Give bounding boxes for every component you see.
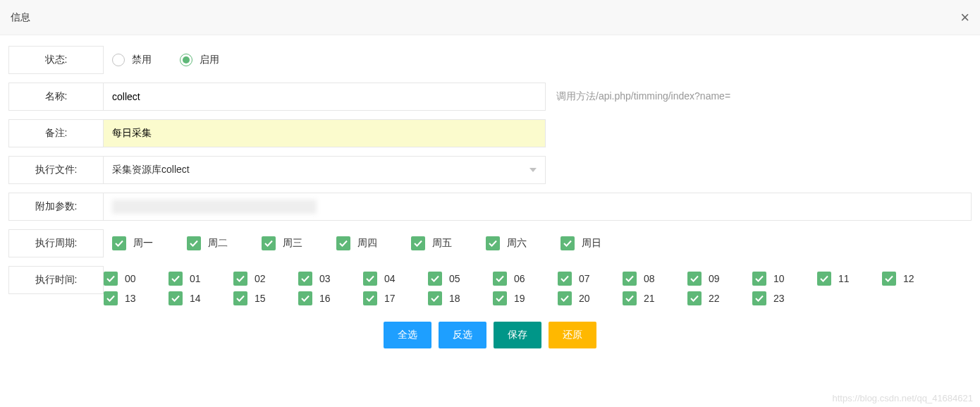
check-icon: [169, 272, 183, 286]
hour-checkbox-05[interactable]: 05: [428, 272, 493, 286]
week-checkbox-4[interactable]: 周五: [411, 236, 486, 250]
checkbox-label: 12: [903, 273, 914, 284]
hour-checkbox-23[interactable]: 23: [752, 291, 817, 305]
chevron-down-icon: [529, 168, 537, 172]
check-icon: [687, 272, 702, 286]
reset-button[interactable]: 还原: [549, 322, 596, 348]
check-icon: [112, 236, 126, 250]
check-icon: [752, 272, 766, 286]
check-icon: [336, 236, 350, 250]
hour-checkbox-14[interactable]: 14: [169, 291, 233, 305]
label-status: 状态:: [8, 46, 104, 74]
hour-checkbox-20[interactable]: 20: [558, 291, 623, 305]
save-button[interactable]: 保存: [494, 322, 541, 348]
name-input[interactable]: [112, 84, 537, 109]
modal-header: 信息 ×: [0, 0, 980, 35]
hour-checkbox-07[interactable]: 07: [558, 272, 623, 286]
week-checkbox-0[interactable]: 周一: [112, 236, 187, 250]
check-icon: [486, 236, 500, 250]
week-checkbox-2[interactable]: 周三: [262, 236, 336, 250]
hour-checkbox-18[interactable]: 18: [428, 291, 493, 305]
checkbox-label: 09: [709, 273, 720, 284]
check-icon: [558, 272, 572, 286]
select-all-button[interactable]: 全选: [384, 322, 431, 348]
radio-disable[interactable]: 禁用: [112, 54, 152, 66]
invert-button[interactable]: 反选: [439, 322, 486, 348]
check-icon: [187, 236, 201, 250]
hour-checkbox-03[interactable]: 03: [298, 272, 363, 286]
hour-checkbox-08[interactable]: 08: [623, 272, 687, 286]
check-icon: [298, 291, 312, 305]
hour-checkbox-10[interactable]: 10: [752, 272, 817, 286]
checkbox-label: 10: [773, 273, 785, 284]
checkbox-label: 00: [125, 273, 136, 284]
checkbox-label: 周一: [133, 237, 153, 250]
check-icon: [561, 236, 575, 250]
close-icon[interactable]: ×: [960, 8, 969, 27]
checkbox-label: 13: [125, 293, 136, 304]
check-icon: [104, 291, 118, 305]
check-icon: [428, 291, 442, 305]
check-icon: [558, 291, 572, 305]
checkbox-label: 01: [190, 273, 201, 284]
check-icon: [104, 272, 118, 286]
check-icon: [623, 272, 637, 286]
hour-checkbox-21[interactable]: 21: [623, 291, 687, 305]
week-checkbox-5[interactable]: 周六: [486, 236, 561, 250]
week-checkbox-3[interactable]: 周四: [336, 236, 411, 250]
extraparam-input[interactable]: [112, 200, 317, 214]
checkbox-label: 08: [644, 273, 655, 284]
checkbox-label: 20: [579, 293, 590, 304]
checkbox-label: 03: [319, 273, 331, 284]
checkbox-label: 11: [838, 273, 850, 284]
hour-checkbox-16[interactable]: 16: [298, 291, 363, 305]
hour-checkbox-06[interactable]: 06: [493, 272, 558, 286]
hour-checkbox-09[interactable]: 09: [687, 272, 752, 286]
hour-checkbox-15[interactable]: 15: [233, 291, 298, 305]
check-icon: [363, 272, 377, 286]
checkbox-label: 18: [449, 293, 460, 304]
checkbox-label: 周二: [208, 237, 228, 250]
hour-checkbox-13[interactable]: 13: [104, 291, 169, 305]
radio-label: 启用: [200, 54, 219, 66]
hour-checkbox-02[interactable]: 02: [233, 272, 298, 286]
check-icon: [428, 272, 442, 286]
check-icon: [233, 291, 247, 305]
hour-checkbox-01[interactable]: 01: [169, 272, 233, 286]
checkbox-label: 15: [255, 293, 266, 304]
checkbox-label: 06: [514, 273, 525, 284]
checkbox-label: 04: [384, 273, 396, 284]
checkbox-label: 周五: [432, 237, 452, 250]
checkbox-label: 02: [255, 273, 266, 284]
checkbox-label: 07: [579, 273, 590, 284]
remark-input[interactable]: [112, 121, 537, 146]
label-remark: 备注:: [8, 119, 104, 147]
hour-checkbox-22[interactable]: 22: [687, 291, 752, 305]
check-icon: [493, 272, 507, 286]
hour-checkbox-19[interactable]: 19: [493, 291, 558, 305]
checkbox-label: 22: [709, 293, 720, 304]
hour-checkbox-12[interactable]: 12: [882, 272, 947, 286]
label-execfile: 执行文件:: [8, 156, 104, 184]
execfile-select[interactable]: 采集资源库collect: [112, 157, 537, 183]
week-checkbox-6[interactable]: 周日: [561, 236, 635, 250]
hour-checkbox-17[interactable]: 17: [363, 291, 428, 305]
label-extraparam: 附加参数:: [8, 193, 104, 221]
radio-enable[interactable]: 启用: [180, 54, 219, 66]
check-icon: [262, 236, 276, 250]
check-icon: [169, 291, 183, 305]
checkbox-label: 周三: [283, 237, 302, 250]
check-icon: [493, 291, 507, 305]
checkbox-label: 19: [514, 293, 525, 304]
radio-label: 禁用: [132, 54, 152, 66]
checkbox-label: 周四: [357, 237, 377, 250]
checkbox-label: 周日: [582, 237, 601, 250]
label-weeks: 执行周期:: [8, 229, 104, 257]
check-icon: [298, 272, 312, 286]
hour-checkbox-00[interactable]: 00: [104, 272, 169, 286]
week-checkbox-1[interactable]: 周二: [187, 236, 262, 250]
hour-checkbox-11[interactable]: 11: [817, 272, 882, 286]
hour-checkbox-04[interactable]: 04: [363, 272, 428, 286]
checkbox-label: 周六: [507, 237, 527, 250]
radio-icon: [180, 54, 192, 66]
